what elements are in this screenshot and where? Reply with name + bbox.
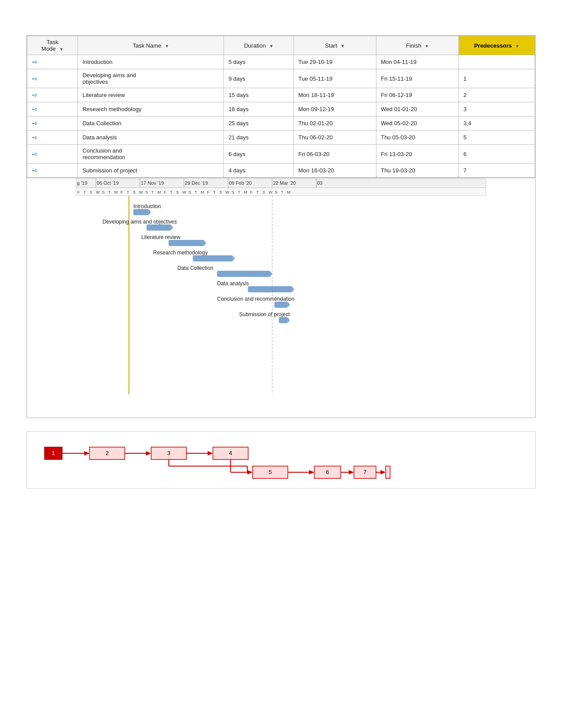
- svg-marker-92: [247, 470, 253, 474]
- svg-text:06 Oct '19: 06 Oct '19: [97, 180, 119, 186]
- task-mode-cell: ➺: [27, 145, 78, 164]
- svg-text:F: F: [121, 190, 123, 194]
- task-predecessors-cell: 5: [459, 131, 535, 145]
- task-finish-cell: Thu 05-03-20: [376, 131, 458, 145]
- task-duration-value: 4 days: [228, 167, 245, 174]
- svg-text:Data Collection: Data Collection: [178, 265, 213, 271]
- svg-text:F: F: [207, 190, 210, 194]
- task-name-cell: Literature review: [78, 88, 224, 102]
- svg-marker-87: [208, 451, 213, 455]
- th-task-mode[interactable]: TaskMode ▼: [27, 36, 78, 55]
- task-finish-cell: Wed 01-01-20: [376, 102, 458, 116]
- svg-text:T: T: [257, 190, 259, 194]
- svg-rect-65: [217, 271, 270, 277]
- svg-text:6: 6: [326, 469, 329, 475]
- task-name-text: Conclusion and: [82, 147, 122, 154]
- task-auto-icon: ➺: [32, 105, 37, 113]
- table-row: ➺Submission of project4 daysMon 16-03-20…: [27, 164, 535, 178]
- task-predecessors-cell: 1: [459, 69, 535, 88]
- svg-marker-63: [233, 255, 235, 261]
- svg-text:S: S: [90, 190, 93, 194]
- th-task-mode-label: TaskMode: [41, 39, 58, 52]
- task-duration-value: 21 days: [228, 134, 249, 141]
- task-finish-value: Wed 05-02-20: [381, 120, 417, 127]
- svg-marker-60: [204, 240, 206, 246]
- task-finish-value: Fri 15-11-19: [381, 75, 412, 82]
- th-task-mode-arrow[interactable]: ▼: [59, 47, 63, 52]
- task-predecessors-value: 3,4: [463, 120, 471, 127]
- th-finish[interactable]: Finish ▼: [376, 36, 458, 55]
- task-duration-value: 18 days: [228, 106, 249, 112]
- svg-rect-71: [275, 302, 288, 308]
- task-finish-cell: Fri 06-12-19: [376, 88, 458, 102]
- th-start[interactable]: Start ▼: [294, 36, 376, 55]
- task-name-text: recommendation: [82, 154, 125, 161]
- task-duration-cell: 18 days: [224, 102, 294, 116]
- svg-rect-53: [134, 209, 149, 215]
- task-finish-cell: Thu 19-03-20: [376, 164, 458, 178]
- th-task-name[interactable]: Task Name ▼: [78, 36, 224, 55]
- svg-text:17 Nov '19: 17 Nov '19: [141, 180, 164, 186]
- task-duration-value: 15 days: [228, 92, 249, 98]
- task-start-cell: Tue 05-11-19: [294, 69, 376, 88]
- th-task-name-arrow[interactable]: ▼: [165, 44, 169, 49]
- task-predecessors-cell: [459, 55, 535, 69]
- task-name-text: Submission of project: [82, 167, 137, 174]
- svg-text:T: T: [195, 190, 197, 194]
- table-row: ➺Data Collection25 daysThu 02-01-20Wed 0…: [27, 116, 535, 131]
- task-table: TaskMode ▼ Task Name ▼ Duration ▼ Start …: [27, 36, 535, 178]
- svg-text:W: W: [269, 190, 273, 194]
- task-duration-value: 25 days: [228, 120, 249, 127]
- task-duration-cell: 25 days: [224, 116, 294, 131]
- svg-text:M: M: [244, 190, 248, 194]
- task-start-value: Tue 05-11-19: [298, 75, 333, 82]
- table-row: ➺Data analysis21 daysThu 06-02-20Thu 05-…: [27, 131, 535, 145]
- svg-text:M: M: [158, 190, 161, 194]
- th-predecessors-arrow[interactable]: ▼: [515, 44, 520, 49]
- svg-marker-69: [292, 286, 294, 292]
- th-duration[interactable]: Duration ▼: [224, 36, 294, 55]
- th-predecessors[interactable]: Predecessors ▼: [459, 36, 535, 55]
- task-predecessors-value: 7: [463, 167, 466, 174]
- table-row: ➺Literature review15 daysMon 18-11-19Fri…: [27, 88, 535, 102]
- task-finish-value: Fri 06-12-19: [381, 92, 412, 98]
- th-finish-arrow[interactable]: ▼: [424, 44, 429, 49]
- svg-text:S: S: [133, 190, 136, 194]
- svg-text:S: S: [263, 190, 265, 194]
- task-duration-value: 5 days: [228, 59, 245, 65]
- task-name-cell: Conclusion andrecommendation: [78, 145, 224, 164]
- task-predecessors-value: 6: [463, 151, 466, 157]
- task-duration-cell: 6 days: [224, 145, 294, 164]
- task-auto-icon: ➺: [32, 91, 37, 99]
- svg-text:29 Dec '19: 29 Dec '19: [185, 180, 208, 186]
- task-name-cell: Data Collection: [78, 116, 224, 131]
- svg-marker-83: [146, 451, 151, 455]
- task-duration-cell: 4 days: [224, 164, 294, 178]
- svg-text:F: F: [164, 190, 167, 194]
- svg-text:S: S: [189, 190, 191, 194]
- svg-text:7: 7: [363, 469, 366, 475]
- task-predecessors-value: 1: [463, 75, 466, 82]
- svg-text:S: S: [220, 190, 222, 194]
- task-start-cell: Mon 09-12-19: [294, 102, 376, 116]
- th-start-arrow[interactable]: ▼: [340, 44, 345, 49]
- task-duration-cell: 15 days: [224, 88, 294, 102]
- task-auto-icon: ➺: [32, 134, 37, 141]
- task-predecessors-value: 3: [463, 106, 466, 112]
- svg-rect-56: [147, 224, 171, 231]
- svg-text:4: 4: [229, 450, 232, 456]
- task-start-value: Thu 06-02-20: [298, 134, 333, 141]
- th-duration-label: Duration: [244, 42, 266, 49]
- task-start-cell: Thu 02-01-20: [294, 116, 376, 131]
- task-name-text: Data Collection: [82, 120, 121, 127]
- svg-text:Data analysis: Data analysis: [217, 280, 249, 287]
- svg-marker-79: [84, 451, 89, 455]
- th-duration-arrow[interactable]: ▼: [269, 44, 274, 49]
- svg-text:S: S: [232, 190, 234, 194]
- svg-text:W: W: [139, 190, 143, 194]
- svg-marker-66: [270, 271, 272, 277]
- svg-text:M: M: [287, 190, 291, 194]
- svg-text:g '19: g '19: [77, 180, 88, 186]
- gantt-section: g '19 06 Oct '19 17 Nov '19 29 Dec '19 0…: [26, 178, 536, 418]
- task-mode-cell: ➺: [27, 131, 78, 145]
